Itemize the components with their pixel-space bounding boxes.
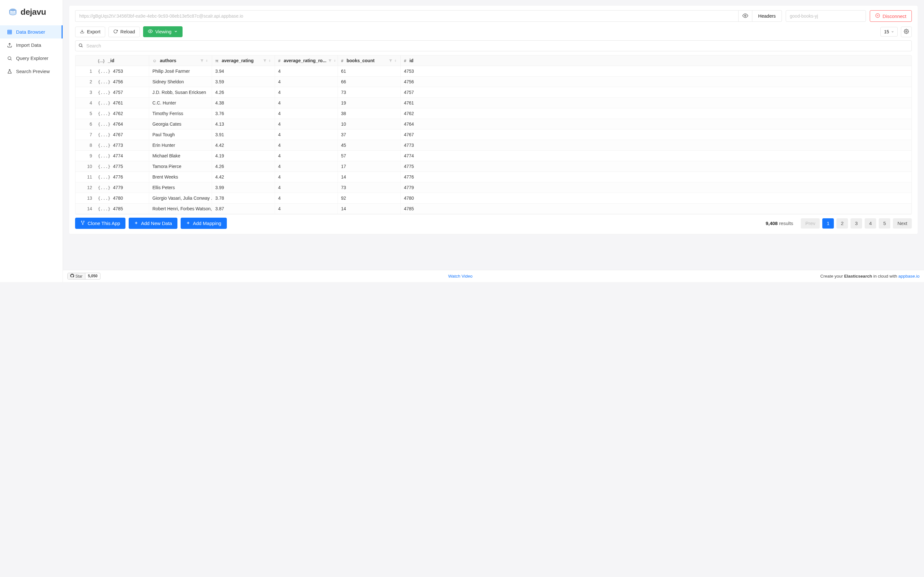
- cell-rownum: 2: [75, 77, 95, 87]
- cell-books_count: 92: [338, 193, 401, 203]
- json-badge-icon: {...}: [98, 185, 110, 190]
- page-4[interactable]: 4: [865, 218, 876, 229]
- cell-average_rating_rounded: 4: [275, 108, 338, 119]
- col-controls[interactable]: [328, 59, 336, 63]
- cell-average_rating_rounded: 4: [275, 140, 338, 150]
- export-button[interactable]: Export: [75, 27, 105, 37]
- appbase-link[interactable]: appbase.io: [898, 274, 919, 279]
- cell-average_rating_rounded: 4: [275, 87, 338, 97]
- col-controls[interactable]: [263, 59, 271, 63]
- sidebar-item-query-explorer[interactable]: Query Explorer: [0, 52, 63, 65]
- page-5[interactable]: 5: [879, 218, 890, 229]
- svg-point-11: [876, 13, 880, 18]
- col-header-id[interactable]: # id: [401, 55, 433, 66]
- cell-_id: {...}4767: [95, 129, 149, 140]
- page-next[interactable]: Next: [893, 218, 912, 229]
- clone-app-button[interactable]: Clone This App: [75, 218, 126, 229]
- cell-authors: Georgia Cates: [149, 119, 212, 129]
- col-label: books_count: [347, 58, 375, 63]
- disconnect-button[interactable]: Disconnect: [870, 10, 912, 22]
- page-2[interactable]: 2: [837, 218, 848, 229]
- connection-url-input[interactable]: [75, 10, 738, 22]
- flask-icon: [7, 69, 12, 74]
- star-label: Star: [75, 274, 82, 279]
- cell-authors: C.C. Hunter: [149, 98, 212, 108]
- svg-marker-21: [328, 59, 331, 62]
- cell-authors: Ellis Peters: [149, 182, 212, 193]
- cell-authors: Brent Weeks: [149, 172, 212, 182]
- cell-books_count: 14: [338, 203, 401, 214]
- reload-button[interactable]: Reload: [108, 27, 140, 37]
- cell-rownum: 4: [75, 98, 95, 108]
- headers-button[interactable]: Headers: [752, 10, 782, 22]
- cell-average_rating_rounded: 4: [275, 193, 338, 203]
- index-name-input[interactable]: [786, 10, 866, 22]
- text-type-icon: ☺: [152, 58, 157, 63]
- cell-id: 4756: [401, 77, 433, 87]
- github-star-widget[interactable]: Star 5,050: [67, 273, 100, 279]
- col-controls[interactable]: [389, 59, 397, 63]
- table-row[interactable]: 12{...}4779Ellis Peters3.994734779: [75, 182, 911, 193]
- github-icon: [70, 274, 74, 279]
- page-prev[interactable]: Prev: [801, 218, 820, 229]
- cell-rownum: 11: [75, 172, 95, 182]
- sort-icon: [333, 59, 336, 63]
- col-header-_id[interactable]: {...} _id: [95, 55, 149, 66]
- table-body: 1{...}4753Philip José Farmer3.9446147532…: [75, 66, 911, 214]
- cell-id: 4764: [401, 119, 433, 129]
- cell-rownum: 9: [75, 151, 95, 161]
- table-row[interactable]: 9{...}4774Michael Blake4.194574774: [75, 151, 911, 161]
- table-row[interactable]: 5{...}4762Timothy Ferriss3.764384762: [75, 108, 911, 119]
- brand-logo: dejavu: [0, 0, 63, 23]
- sidebar-item-data-browser[interactable]: Data Browser: [0, 25, 63, 39]
- table-row[interactable]: 2{...}4756Sidney Sheldon3.594664756: [75, 77, 911, 87]
- add-data-label: Add New Data: [141, 221, 172, 226]
- col-header-average_rating_rounded[interactable]: # average_rating_ro...: [275, 55, 338, 66]
- add-mapping-button[interactable]: Add Mapping: [181, 218, 226, 229]
- reveal-password-button[interactable]: [738, 10, 752, 22]
- clone-label: Clone This App: [87, 221, 120, 226]
- table-row[interactable]: 4{...}4761C.C. Hunter4.384194761: [75, 98, 911, 108]
- star-button[interactable]: Star: [68, 273, 86, 279]
- cell-average_rating: 3.76: [212, 108, 275, 119]
- svg-point-24: [83, 221, 84, 221]
- gear-icon: [904, 30, 909, 35]
- table-row[interactable]: 7{...}4767Paul Tough3.914374767: [75, 129, 911, 140]
- table-row[interactable]: 6{...}4764Georgia Cates4.134104764: [75, 119, 911, 129]
- page-3[interactable]: 3: [851, 218, 862, 229]
- cell-rownum: 13: [75, 193, 95, 203]
- col-controls[interactable]: [200, 59, 208, 63]
- table-row[interactable]: 1{...}4753Philip José Farmer3.944614753: [75, 66, 911, 77]
- col-header-authors[interactable]: ☺ authors: [149, 55, 212, 66]
- table-row[interactable]: 10{...}4775Tamora Pierce4.264174775: [75, 161, 911, 172]
- cell-_id: {...}4753: [95, 66, 149, 76]
- cell-id: 4773: [401, 140, 433, 150]
- sidebar-item-import-data[interactable]: Import Data: [0, 39, 63, 52]
- table-row[interactable]: 11{...}4776Brent Weeks4.424144776: [75, 172, 911, 182]
- page-size-select[interactable]: 15: [880, 27, 898, 37]
- results-number: 9,408: [766, 221, 778, 226]
- table-row[interactable]: 14{...}4785Robert Henri, Forbes Watson,.…: [75, 203, 911, 214]
- cell-average_rating: 4.13: [212, 119, 275, 129]
- col-header-average_rating[interactable]: π average_rating: [212, 55, 275, 66]
- cell-books_count: 38: [338, 108, 401, 119]
- page-1[interactable]: 1: [822, 218, 834, 229]
- cell-rownum: 3: [75, 87, 95, 97]
- col-label: average_rating_ro...: [284, 58, 326, 63]
- col-label: authors: [160, 58, 176, 63]
- table-row[interactable]: 13{...}4780Giorgio Vasari, Julia Conway …: [75, 193, 911, 203]
- star-count[interactable]: 5,050: [86, 273, 100, 279]
- col-header-books_count[interactable]: # books_count: [338, 55, 401, 66]
- cell-average_rating_rounded: 4: [275, 98, 338, 108]
- watch-video-link[interactable]: Watch Video: [448, 274, 473, 279]
- fork-icon: [81, 221, 85, 226]
- viewing-mode-button[interactable]: Viewing: [143, 26, 183, 37]
- add-data-button[interactable]: Add New Data: [129, 218, 178, 229]
- dejavu-logo-icon: [8, 8, 17, 17]
- search-input[interactable]: [75, 40, 912, 51]
- table-row[interactable]: 8{...}4773Erin Hunter4.424454773: [75, 140, 911, 151]
- settings-button[interactable]: [901, 27, 912, 37]
- cell-_id: {...}4762: [95, 108, 149, 119]
- table-row[interactable]: 3{...}4757J.D. Robb, Susan Ericksen4.264…: [75, 87, 911, 98]
- sidebar-item-search-preview[interactable]: Search Preview: [0, 65, 63, 78]
